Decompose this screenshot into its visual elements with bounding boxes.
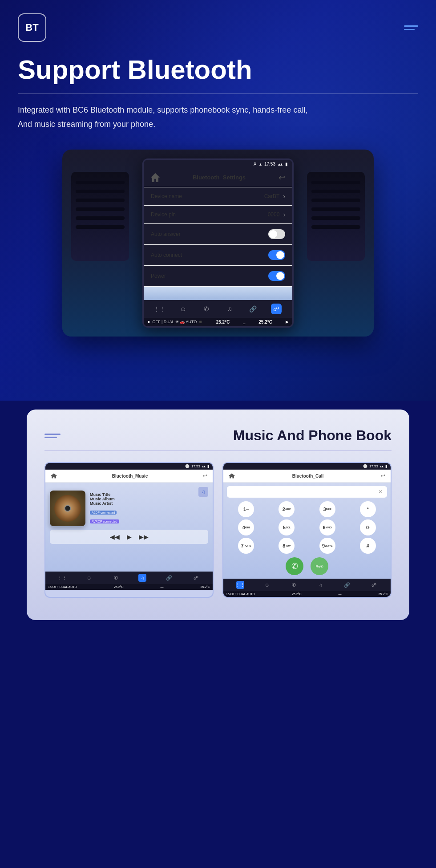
dial-6[interactable]: 6MNO [319,519,335,535]
music-grid-icon[interactable]: ⋮⋮ [58,574,66,582]
back-icon[interactable]: ↩ [279,173,285,183]
call-climate-mid: — [338,592,341,596]
grid-icon[interactable]: ⋮⋮ [154,304,165,314]
climate-bar: ► OFF | DUAL ☀ 🚗 AUTO ◾ 25.2°C ⎯ 25.2°C … [144,318,292,326]
music-phone-icon[interactable]: ✆ [112,574,120,582]
phone-icon[interactable]: ✆ [201,304,212,314]
auto-connect-toggle[interactable] [268,250,285,260]
call-phone-icon[interactable]: ✆ [290,581,298,589]
auto-connect-label: Auto connect [151,252,182,258]
play-button[interactable]: ▶ [127,533,132,540]
wifi-icon: ▴ [259,162,262,166]
dial-0[interactable]: 0· [360,519,376,535]
call-climate-bar: 15 OFF DUAL AUTO 25.2°C — 25.2°C [223,591,391,597]
tablet-bottom-bar: ⋮⋮ ☺ ✆ ♫ 🔗 ☍ [144,300,292,318]
dial-2[interactable]: 2ABC [279,501,295,517]
menu-icon[interactable] [404,25,418,30]
section-title: Music And Phone Book [233,427,392,444]
dial-4[interactable]: 4GHI [238,519,254,535]
music-climate-controls: 15 OFF DUAL AUTO [48,585,77,588]
device-pin-value: 0000 [268,211,280,218]
power-toggle[interactable] [268,271,285,281]
section-header: Music And Phone Book [44,427,392,444]
next-button[interactable]: ▶▶ [139,533,149,540]
svg-marker-1 [229,473,235,478]
bluetooth-icon[interactable]: ☍ [271,304,282,314]
left-temp: 25.2°C [216,320,230,324]
power-row[interactable]: Power [144,266,292,287]
device-name-row[interactable]: Device name CarBT › [144,187,292,206]
prev-button[interactable]: ◀◀ [110,533,120,540]
music-status-bar: ⚪ 17:53 ▴▴ ▮ [45,463,213,470]
call-battery: ▮ [385,464,387,468]
call-bt-icon-bottom[interactable]: ☍ [370,581,378,589]
call-grid-icon[interactable]: ⋮⋮ [236,581,244,589]
music-climate-mid: — [160,585,163,588]
hero-title: Support Bluetooth [18,55,418,85]
chevron-icon-2: › [283,211,285,218]
call-link-icon[interactable]: 🔗 [343,581,351,589]
call-back-icon[interactable]: ↩ [381,473,385,479]
dial-star[interactable]: * [360,501,376,517]
music-bt-icon: ⚪ [185,464,190,468]
auto-answer-row[interactable]: Auto answer [144,224,292,245]
call-button[interactable]: ✆ [286,557,303,575]
call-tablet: ⚪ 17:53 ▴▴ ▮ Bluetooth_Call ↩ [223,463,391,597]
dial-3[interactable]: 3DEF [319,501,335,517]
home-icon[interactable] [151,173,160,182]
signal-icon: ▴▴ [278,162,283,166]
hero-section: BT Support Bluetooth Integrated with BC6… [0,0,436,401]
right-vent [307,172,365,261]
call-bt-icon: ⚪ [363,464,367,468]
power-label: Power [151,273,166,279]
music-bt-bottom-icon[interactable]: ☍ [192,574,200,582]
dial-7[interactable]: 7PQRS [238,538,254,554]
clear-button[interactable]: ✕ [378,489,383,495]
music-icon[interactable]: ♫ [224,304,235,314]
redial-button[interactable]: Re✆ [311,557,328,575]
call-climate-controls: 15 OFF DUAL AUTO [226,592,255,596]
device-name-value: CarBT [264,193,280,199]
dial-9[interactable]: 9WXYZ [319,538,335,554]
call-bottom-bar: ⋮⋮ ☺ ✆ ♫ 🔗 ☍ [223,579,391,591]
car-dashboard: ✗ ▴ 17:53 ▴▴ ▮ Bluetooth_Settings ↩ Devi… [62,150,374,337]
music-info: Music Title Music Album Music Artist A2D… [90,492,198,524]
music-artist-text: Music Artist [90,501,198,506]
music-person-icon[interactable]: ☺ [85,574,93,582]
dial-1[interactable]: 1— [238,501,254,517]
left-vent [71,172,129,261]
dial-8[interactable]: 8TUV [279,538,295,554]
call-music-icon[interactable]: ♫ [316,581,324,589]
call-action-buttons: ✆ Re✆ [227,557,387,575]
hero-description: Integrated with BC6 Bluetooth module, su… [18,103,418,132]
music-note-icon[interactable]: ♫ [138,574,146,582]
music-screen-card: ⚪ 17:53 ▴▴ ▮ Bluetooth_Music ↩ [44,462,214,598]
call-right-temp: 25.2°C [379,592,388,596]
device-pin-label: Device pin [151,211,176,218]
music-right-temp: 25.2°C [201,585,210,588]
music-back-icon[interactable]: ↩ [203,473,207,479]
music-link-icon[interactable]: 🔗 [165,574,173,582]
person-icon[interactable]: ☺ [178,304,188,314]
chevron-icon: › [283,193,285,200]
call-signal: ▴▴ [380,464,384,468]
call-home-icon[interactable] [229,473,235,479]
call-input-row: ✕ [227,486,387,498]
music-phonebook-section: Music And Phone Book ⚪ 17:53 ▴▴ ▮ [27,410,409,620]
music-tablet: ⚪ 17:53 ▴▴ ▮ Bluetooth_Music ↩ [45,463,213,590]
screens-row: ⚪ 17:53 ▴▴ ▮ Bluetooth_Music ↩ [44,462,392,598]
device-pin-row[interactable]: Device pin 0000 › [144,206,292,224]
call-person-icon[interactable]: ☺ [263,581,271,589]
call-body: ✕ 1— 2ABC 3DEF * 4GHI 5JKL 6MNO 0· 7PQRS [223,483,391,579]
link-icon[interactable]: 🔗 [247,304,258,314]
music-nav: Bluetooth_Music ↩ [45,470,213,483]
device-name-label: Device name [151,193,182,199]
dial-5[interactable]: 5JKL [279,519,295,535]
music-home-icon[interactable] [51,473,57,479]
auto-connect-row[interactable]: Auto connect [144,245,292,266]
call-left-temp: 25.2°C [292,592,301,596]
auto-answer-toggle[interactable] [268,229,285,239]
dial-hash[interactable]: # [360,538,376,554]
right-temp: 25.2°C [258,320,272,324]
music-add-button[interactable]: ♫ [198,487,208,497]
